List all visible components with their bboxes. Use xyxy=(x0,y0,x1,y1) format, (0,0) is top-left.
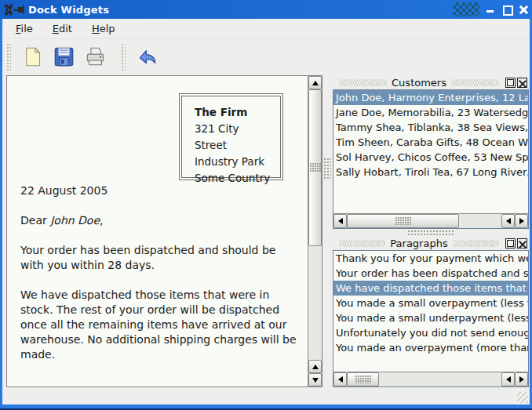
toolbar-handle[interactable] xyxy=(7,44,11,71)
letter-frame: The Firm 321 City Street Industry Park S… xyxy=(6,75,322,387)
scroll-right-button[interactable] xyxy=(515,372,528,386)
dock-handle-texture xyxy=(453,240,499,247)
letter-greeting: Dear John Doe, xyxy=(20,213,301,228)
letter-paragraph: We have dispatched those items that were… xyxy=(20,288,301,362)
scrollbar-track[interactable] xyxy=(308,246,322,360)
statusbar xyxy=(2,388,530,405)
titlebar-decoration xyxy=(453,2,479,16)
scroll-left-button[interactable] xyxy=(333,214,347,228)
list-item[interactable]: John Doe, Harmony Enterprises, 12 Lakesi… xyxy=(333,90,528,105)
scroll-left-button[interactable] xyxy=(333,372,347,386)
arrow-left-icon xyxy=(338,218,343,224)
list-item[interactable]: Tammy Shea, Tiblanka, 38 Sea Views, Carl… xyxy=(333,120,528,135)
thumb-grip xyxy=(355,376,371,383)
recipient-address-box: The Firm 321 City Street Industry Park S… xyxy=(179,93,283,180)
arrow-left-icon xyxy=(506,218,511,224)
recipient-name-inline: John Doe xyxy=(50,214,100,227)
scroll-up-button[interactable] xyxy=(308,76,322,89)
dock-float-button[interactable] xyxy=(505,78,516,88)
window-border xyxy=(0,19,2,410)
x11-pin-icon xyxy=(4,4,24,16)
scrollbar-thumb[interactable] xyxy=(308,89,322,246)
scroll-left-button[interactable] xyxy=(501,372,515,386)
letter-date: 22 August 2005 xyxy=(20,183,301,198)
customers-dock-title: Customers xyxy=(392,77,446,89)
arrow-left-icon xyxy=(506,376,511,383)
letter-paragraph: Your order has been dispatched and shoul… xyxy=(20,243,301,273)
letter-body: 22 August 2005 Dear John Doe, Your order… xyxy=(20,183,301,362)
new-document-icon xyxy=(22,46,43,67)
vertical-splitter[interactable] xyxy=(322,75,333,387)
close-button[interactable] xyxy=(519,5,528,14)
menu-help[interactable]: Help xyxy=(85,20,122,37)
dock-splitter[interactable] xyxy=(333,229,529,237)
paragraphs-list-items: Thank you for your payment which we have… xyxy=(333,251,528,372)
arrow-right-icon xyxy=(519,218,524,224)
customers-list: John Doe, Harmony Enterprises, 12 Lakesi… xyxy=(333,89,529,229)
paragraphs-horizontal-scrollbar[interactable] xyxy=(333,372,528,386)
dock-close-button[interactable] xyxy=(517,238,527,249)
toolbar xyxy=(2,39,530,74)
dock-handle-texture xyxy=(339,240,385,247)
arrow-up-icon xyxy=(312,365,319,369)
arrow-right-icon xyxy=(519,376,524,383)
app-window: Dock Widgets File Edit Help xyxy=(0,0,532,410)
print-button[interactable] xyxy=(79,42,111,72)
maximize-button[interactable] xyxy=(502,5,512,14)
list-item[interactable]: Jane Doe, Memorabilia, 23 Watersedge, Be… xyxy=(333,105,528,120)
save-button[interactable] xyxy=(48,42,79,72)
resize-grip[interactable] xyxy=(517,392,528,403)
thumb-grip xyxy=(395,217,411,225)
arrow-left-icon xyxy=(338,376,343,383)
thumb-grip xyxy=(310,163,321,172)
list-item[interactable]: You made a small underpayment (less than… xyxy=(333,310,528,325)
save-floppy-icon xyxy=(53,46,75,67)
recipient-address: 321 City Street Industry Park Some Count… xyxy=(195,121,274,187)
print-icon xyxy=(85,46,106,67)
arrow-up-icon xyxy=(312,81,319,85)
list-item[interactable]: Unfortunately you did not send enough mo… xyxy=(333,325,528,340)
menu-edit[interactable]: Edit xyxy=(46,20,79,37)
scroll-down-button[interactable] xyxy=(308,373,322,386)
undo-button[interactable] xyxy=(131,42,162,72)
scroll-up-button[interactable] xyxy=(308,360,322,373)
dock-handle-texture xyxy=(339,79,387,86)
new-letter-button[interactable] xyxy=(16,42,48,72)
splitter-grip xyxy=(408,230,454,236)
scrollbar-thumb[interactable] xyxy=(347,214,459,228)
paragraphs-list: Thank you for your payment which we have… xyxy=(333,250,529,387)
dock-float-button[interactable] xyxy=(505,238,516,249)
list-item[interactable]: We have dispatched those items that were… xyxy=(333,281,528,296)
list-item[interactable]: Sally Hobart, Tiroli Tea, 67 Long River,… xyxy=(333,165,528,180)
letter-vertical-scrollbar[interactable] xyxy=(308,76,322,386)
paragraphs-dock-title: Paragraphs xyxy=(390,238,447,249)
customers-horizontal-scrollbar[interactable] xyxy=(333,213,528,228)
dock-handle-texture xyxy=(451,79,499,86)
titlebar[interactable]: Dock Widgets xyxy=(0,0,532,19)
splitter-grip xyxy=(324,158,331,180)
paragraphs-dock-titlebar[interactable]: Paragraphs xyxy=(333,237,529,250)
list-item[interactable]: Thank you for your payment which we have… xyxy=(333,251,528,266)
list-item[interactable]: Your order has been dispatched and shoul… xyxy=(333,266,528,281)
customers-dock-titlebar[interactable]: Customers xyxy=(333,75,529,89)
scroll-left-button[interactable] xyxy=(501,214,515,228)
customers-list-items: John Doe, Harmony Enterprises, 12 Lakesi… xyxy=(333,90,528,213)
menu-file[interactable]: File xyxy=(9,20,40,37)
dock-close-button[interactable] xyxy=(517,78,527,88)
letter-text-edit[interactable]: The Firm 321 City Street Industry Park S… xyxy=(7,76,308,386)
list-item[interactable]: Tim Sheen, Caraba Gifts, 48 Ocean Way, D… xyxy=(333,135,528,150)
list-item[interactable]: You made an overpayment (more than $5). … xyxy=(333,340,528,355)
list-item[interactable]: You made a small overpayment (less than … xyxy=(333,296,528,310)
scrollbar-track[interactable] xyxy=(379,372,501,386)
scrollbar-track[interactable] xyxy=(459,214,501,228)
undo-arrow-icon xyxy=(137,46,158,67)
arrow-down-icon xyxy=(312,378,319,383)
list-item[interactable]: Sol Harvey, Chicos Coffee, 53 New Spring… xyxy=(333,150,528,165)
menubar: File Edit Help xyxy=(2,19,530,39)
window-title: Dock Widgets xyxy=(28,4,109,16)
scroll-right-button[interactable] xyxy=(515,214,528,228)
scrollbar-thumb[interactable] xyxy=(347,372,379,386)
toolbar-handle[interactable] xyxy=(122,44,126,71)
recipient-name: The Firm xyxy=(195,104,274,121)
minimize-button[interactable] xyxy=(486,5,495,14)
